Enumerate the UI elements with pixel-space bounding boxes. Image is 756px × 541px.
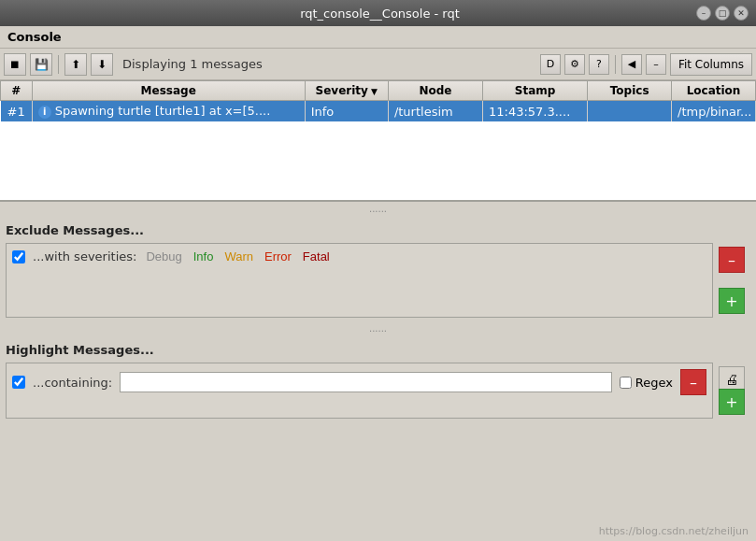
title-bar: rqt_console__Console - rqt – □ ✕ bbox=[0, 0, 756, 26]
cell-topics bbox=[588, 101, 672, 122]
col-header-location[interactable]: Location bbox=[672, 81, 756, 101]
exclude-section: Exclude Messages... ...with severities: … bbox=[0, 216, 756, 321]
window-controls[interactable]: – □ ✕ bbox=[696, 6, 749, 21]
col-header-node[interactable]: Node bbox=[388, 81, 482, 101]
highlight-section: Highlight Messages... ...containing: Reg… bbox=[0, 335, 756, 422]
cell-severity: Info bbox=[305, 101, 388, 122]
regex-checkbox[interactable] bbox=[620, 377, 632, 389]
message-count-label: Displaying 1 messages bbox=[122, 57, 263, 71]
col-header-stamp[interactable]: Stamp bbox=[482, 81, 587, 101]
exclude-add-button[interactable]: + bbox=[719, 288, 745, 314]
exclude-filter-wrapper: ...with severities: Debug Info Warn Erro… bbox=[6, 243, 713, 318]
minimize-button[interactable]: – bbox=[696, 6, 711, 21]
highlight-contain-row: ...containing: Regex – bbox=[12, 369, 706, 395]
regex-label: Regex bbox=[620, 376, 673, 390]
exclude-title: Exclude Messages... bbox=[6, 223, 750, 237]
toolbar-right: D ⚙ ? ◀ – Fit Columns bbox=[540, 53, 752, 76]
exclude-checkbox[interactable] bbox=[12, 250, 25, 263]
highlight-label: ...containing: bbox=[33, 376, 112, 390]
watermark: https://blog.csdn.net/zheiljun bbox=[599, 525, 749, 537]
severity-debug-button[interactable]: Debug bbox=[144, 249, 183, 263]
toolbar-dash-button[interactable]: – bbox=[646, 54, 666, 75]
cell-num: #1 bbox=[1, 101, 33, 122]
window-title: rqt_console__Console - rqt bbox=[64, 7, 696, 21]
exclude-label: ...with severities: bbox=[33, 249, 136, 263]
toolbar-up-button[interactable]: ⬆ bbox=[64, 53, 87, 76]
cell-message: iSpawning turtle [turtle1] at x=[5.... bbox=[32, 101, 305, 122]
col-header-num[interactable]: # bbox=[1, 81, 33, 101]
highlight-filter-wrapper: ...containing: Regex – 🖨 + bbox=[6, 363, 713, 419]
table-header-row: # Message Severity Node Stamp Topics Loc… bbox=[1, 81, 756, 101]
app-title: Console bbox=[0, 30, 69, 44]
highlight-filter-box: ...containing: Regex – bbox=[6, 363, 713, 419]
divider-1: ...... bbox=[0, 204, 756, 214]
exclude-filter-row: ...with severities: Debug Info Warn Erro… bbox=[12, 249, 706, 263]
toolbar-d-button[interactable]: D bbox=[540, 54, 561, 75]
toolbar-save-button[interactable]: 💾 bbox=[30, 53, 52, 76]
toolbar-separator2 bbox=[615, 55, 616, 74]
table-row[interactable]: #1 iSpawning turtle [turtle1] at x=[5...… bbox=[1, 101, 756, 122]
message-table-container: # Message Severity Node Stamp Topics Loc… bbox=[0, 80, 756, 202]
toolbar-question-button[interactable]: ? bbox=[589, 54, 609, 75]
message-table: # Message Severity Node Stamp Topics Loc… bbox=[0, 80, 756, 121]
divider-2: ...... bbox=[0, 323, 756, 334]
highlight-title: Highlight Messages... bbox=[6, 343, 750, 357]
cell-node: /turtlesim bbox=[388, 101, 482, 122]
highlight-remove-button[interactable]: – bbox=[680, 369, 706, 395]
severity-warn-button[interactable]: Warn bbox=[222, 249, 255, 263]
fit-columns-button[interactable]: Fit Columns bbox=[670, 53, 752, 76]
maximize-button[interactable]: □ bbox=[715, 6, 730, 21]
exclude-remove-button[interactable]: – bbox=[719, 247, 745, 273]
col-header-topics[interactable]: Topics bbox=[588, 81, 672, 101]
toolbar: ⏹ 💾 ⬆ ⬇ Displaying 1 messages D ⚙ ? ◀ – … bbox=[0, 49, 756, 80]
severity-error-button[interactable]: Error bbox=[263, 249, 293, 263]
highlight-text-input[interactable] bbox=[120, 372, 612, 392]
toolbar-down-button[interactable]: ⬇ bbox=[91, 53, 113, 76]
regex-text: Regex bbox=[635, 376, 673, 390]
col-header-severity[interactable]: Severity bbox=[305, 81, 388, 101]
toolbar-stop-button[interactable]: ⏹ bbox=[4, 53, 26, 76]
toolbar-back-button[interactable]: ◀ bbox=[621, 54, 642, 75]
info-icon: i bbox=[38, 106, 51, 119]
toolbar-separator bbox=[58, 55, 59, 74]
severity-fatal-button[interactable]: Fatal bbox=[301, 249, 332, 263]
exclude-filter-box: ...with severities: Debug Info Warn Erro… bbox=[6, 243, 713, 318]
toolbar-gear-button[interactable]: ⚙ bbox=[564, 54, 585, 75]
col-header-message[interactable]: Message bbox=[32, 81, 305, 101]
cell-stamp: 11:43:57.3.... bbox=[482, 101, 587, 122]
highlight-add-button[interactable]: + bbox=[719, 389, 745, 415]
cell-location: /tmp/binar... bbox=[672, 101, 756, 122]
close-button[interactable]: ✕ bbox=[734, 6, 749, 21]
severity-info-button[interactable]: Info bbox=[192, 249, 216, 263]
highlight-checkbox[interactable] bbox=[12, 376, 25, 389]
menu-bar: Console bbox=[0, 26, 756, 49]
